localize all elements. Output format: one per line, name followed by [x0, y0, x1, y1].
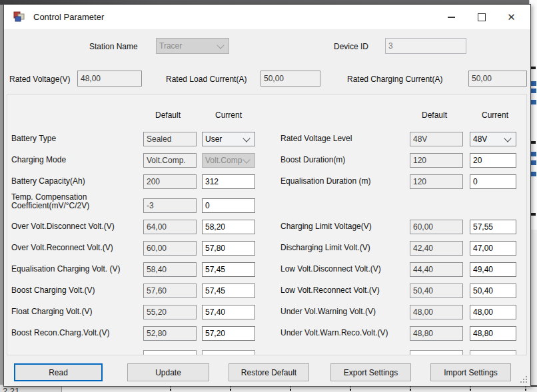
current-input-boost-recon-charg-volt-v[interactable] — [202, 326, 255, 341]
row-label-rated-voltage-level: Rated Voltage Level — [280, 134, 406, 143]
station-name-label: Station Name — [89, 42, 138, 51]
row-label-boost-charging-volt-v: Boost Charging Volt.(V) — [11, 286, 139, 295]
chevron-down-icon — [243, 134, 250, 142]
row-label-temp-compensation-coefficient-mv-c-2v: Temp. Compensation Coefficient(mV/°C/2V) — [11, 193, 118, 210]
station-name-value: Tracer — [159, 40, 182, 52]
resize-grip-icon[interactable] — [521, 377, 527, 383]
maximize-button[interactable] — [466, 5, 496, 29]
current-input-temp-compensation-coefficient-mv-c-2v[interactable] — [202, 198, 255, 213]
rated-load-current-field: 50,00 — [261, 71, 320, 87]
row-label-over-volt-reconnect-volt-v: Over Volt.Reconnect Volt.(V) — [11, 244, 139, 252]
chevron-down-icon — [243, 156, 250, 163]
maximize-icon — [478, 13, 486, 21]
default-field-over-volt-disconnect-volt-v: 64,00 — [143, 220, 197, 234]
row-label-charging-limit-voltage-v: Charging Limit Voltage(V) — [280, 222, 406, 231]
row-label-boost-duration-m: Boost Duration(m) — [280, 156, 406, 164]
default-field-charging-limit-voltage-v: 60,00 — [410, 220, 463, 234]
current-select-value: Volt.Comp — [205, 155, 242, 166]
clipped-next-row-field — [470, 350, 516, 355]
default-field-under-vol-warning-volt-v: 48,00 — [410, 305, 463, 319]
current-input-under-volt-warn-reco-volt-v[interactable] — [470, 326, 516, 341]
row-label-low-volt-disconnect-volt-v: Low Volt.Disconnect Volt.(V) — [280, 265, 406, 274]
default-field-low-volt-disconnect-volt-v: 44,40 — [410, 262, 463, 277]
current-select-battery-type[interactable]: User — [202, 132, 255, 146]
current-select-rated-voltage-level[interactable]: 48V — [470, 132, 516, 146]
default-field-discharging-limit-volt-v: 42,40 — [410, 241, 463, 256]
rated-voltage-field: 48,00 — [77, 71, 142, 87]
current-input-boost-duration-m[interactable] — [470, 153, 516, 168]
rated-charging-current-label: Rated Charging Current(A) — [347, 75, 442, 84]
clipped-next-row-field — [410, 350, 463, 355]
default-field-over-volt-reconnect-volt-v: 60,00 — [143, 241, 197, 256]
current-input-over-volt-disconnect-volt-v[interactable] — [202, 220, 255, 234]
column-header-current: Current — [215, 110, 242, 120]
current-select-charging-mode: Volt.Comp — [202, 153, 255, 168]
current-input-discharging-limit-volt-v[interactable] — [470, 241, 516, 256]
current-select-value: 48V — [473, 134, 487, 145]
background-blue-bar — [531, 152, 536, 156]
current-input-equalisation-duration-m[interactable] — [470, 174, 516, 189]
current-input-under-vol-warning-volt-v[interactable] — [470, 305, 516, 319]
row-label-boost-recon-charg-volt-v: Boost Recon.Charg.Volt.(V) — [11, 329, 139, 337]
current-input-battery-capacity-ah[interactable] — [202, 174, 255, 189]
parameters-panel: Default Current Default Current Battery … — [7, 94, 527, 355]
default-field-charging-mode: Volt.Comp. — [143, 153, 197, 168]
current-input-low-volt-disconnect-volt-v[interactable] — [470, 262, 516, 277]
current-input-charging-limit-voltage-v[interactable] — [470, 220, 516, 234]
background-blue-bar — [531, 81, 536, 86]
default-field-boost-recon-charg-volt-v: 52,80 — [143, 326, 197, 341]
rated-load-current-label: Rated Load Current(A) — [166, 75, 247, 84]
import-settings-button[interactable]: Import Settings — [430, 363, 511, 381]
default-field-battery-type: Sealed — [143, 132, 197, 146]
close-button[interactable]: ✕ — [496, 5, 526, 29]
export-settings-button[interactable]: Export Settings — [330, 363, 411, 381]
background-blue-bar — [531, 160, 536, 165]
clipped-next-row-field — [202, 350, 255, 355]
background-blue-bar — [531, 89, 536, 93]
current-input-boost-charging-volt-v[interactable] — [202, 284, 255, 298]
control-parameter-dialog: Control Parameter ✕ Station Name Tracer … — [3, 4, 531, 387]
rated-charging-current-field: 50,00 — [468, 71, 527, 87]
row-label-battery-type: Battery Type — [11, 134, 139, 143]
row-label-battery-capacity-ah: Battery Capacity(Ah) — [11, 177, 139, 186]
background-mark — [531, 67, 536, 69]
current-input-low-volt-reconnect-volt-v[interactable] — [470, 284, 516, 298]
winforms-app-icon — [13, 11, 25, 22]
chevron-down-icon — [217, 41, 224, 49]
current-input-float-charging-volt-v[interactable] — [202, 305, 255, 319]
device-id-label: Device ID — [334, 42, 368, 51]
row-label-discharging-limit-volt-v: Discharging Limit Volt.(V) — [280, 244, 406, 252]
titlebar[interactable]: Control Parameter ✕ — [4, 5, 530, 29]
clipped-next-row-field — [143, 350, 197, 355]
window-title: Control Parameter — [33, 12, 104, 22]
background-mark — [531, 141, 536, 144]
current-input-equalisation-charging-volt-v[interactable] — [202, 262, 255, 277]
background-blue-bar — [531, 172, 536, 176]
default-field-boost-duration-m: 120 — [410, 153, 463, 168]
default-field-equalisation-duration-m: 120 — [410, 174, 463, 189]
restore-default-button[interactable]: Restore Default — [229, 363, 309, 381]
default-field-equalisation-charging-volt-v: 58,40 — [143, 262, 197, 277]
default-field-battery-capacity-ah: 200 — [143, 174, 197, 189]
default-field-boost-charging-volt-v: 57,60 — [143, 284, 197, 298]
default-field-low-volt-reconnect-volt-v: 50,40 — [410, 284, 463, 298]
device-id-field: 3 — [385, 38, 466, 54]
row-label-float-charging-volt-v: Float Charging Volt.(V) — [11, 307, 139, 316]
read-button[interactable]: Read — [14, 363, 103, 381]
current-select-value: User — [205, 134, 222, 145]
default-field-under-volt-warn-reco-volt-v: 48,80 — [410, 326, 463, 341]
column-header-current: Current — [482, 110, 508, 120]
default-field-temp-compensation-coefficient-mv-c-2v: -3 — [143, 198, 197, 213]
row-label-equalisation-charging-volt-v: Equalisation Charging Volt. (V) — [11, 265, 139, 274]
row-label-under-vol-warning-volt-v: Under Vol.Warning Volt.(V) — [280, 307, 406, 316]
background-blue-bar — [531, 100, 536, 104]
update-button[interactable]: Update — [127, 363, 209, 381]
row-label-under-volt-warn-reco-volt-v: Under Volt.Warn.Reco.Volt.(V) — [280, 329, 406, 337]
minimize-button[interactable] — [436, 5, 466, 29]
minimize-icon — [448, 17, 455, 18]
close-icon: ✕ — [507, 12, 516, 22]
row-label-equalisation-duration-m: Equalisation Duration (m) — [280, 177, 406, 186]
current-input-over-volt-reconnect-volt-v[interactable] — [202, 241, 255, 256]
row-label-over-volt-disconnect-volt-v: Over Volt.Disconnect Volt.(V) — [11, 222, 139, 231]
row-label-charging-mode: Charging Mode — [11, 156, 139, 164]
